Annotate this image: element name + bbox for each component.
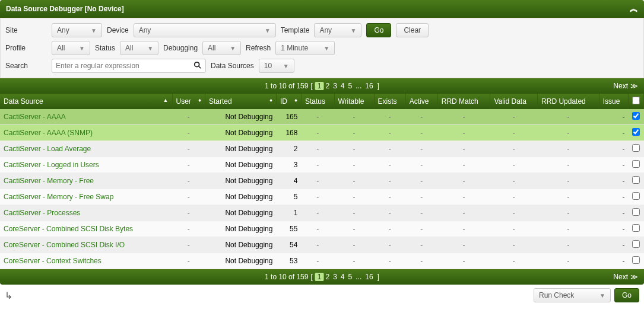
data-source-link[interactable]: CactiServer - Memory - Free [4, 177, 94, 185]
template-dropdown[interactable]: Any▼ [314, 23, 361, 37]
col-issue[interactable]: Issue [599, 94, 628, 109]
page-2[interactable]: 2 [323, 273, 331, 281]
sort-icon: ♦ [198, 97, 201, 103]
col-rrd-match[interactable]: RRD Match [437, 94, 490, 109]
table-row[interactable]: CactiServer - Memory - Free Swap-Not Deb… [0, 189, 644, 205]
col-valid-data[interactable]: Valid Data [490, 94, 538, 109]
debugging-label: Debugging [163, 44, 198, 52]
table-row[interactable]: CactiServer - Load Average-Not Debugging… [0, 141, 644, 157]
cell-valid-data: - [490, 221, 538, 237]
next-link[interactable]: Next≫ [613, 82, 638, 90]
search-box [52, 59, 206, 73]
cell-id: 3 [276, 157, 301, 173]
col-active[interactable]: Active [405, 94, 437, 109]
table-row[interactable]: CactiServer - Processes-Not Debugging1--… [0, 205, 644, 221]
action-dropdown[interactable]: Run Check▼ [534, 288, 611, 302]
panel-header: Data Source Debugger [No Device] ︽ [0, 0, 644, 18]
cell-writable: - [334, 221, 374, 237]
cell-user: - [172, 189, 205, 205]
cell-active: - [405, 173, 437, 189]
cell-writable: - [334, 157, 374, 173]
row-checkbox[interactable] [632, 112, 640, 120]
debugging-dropdown[interactable]: All▼ [202, 41, 241, 55]
page-4[interactable]: 4 [339, 273, 347, 281]
page-5[interactable]: 5 [347, 82, 354, 90]
page-4[interactable]: 4 [339, 82, 347, 90]
data-source-link[interactable]: CoreServer - Context Switches [4, 257, 101, 265]
clear-button[interactable]: Clear [396, 23, 429, 37]
col-user[interactable]: User♦ [172, 94, 205, 109]
cell-rrd-updated: - [538, 237, 599, 253]
select-all-checkbox[interactable] [632, 97, 640, 104]
page-2[interactable]: 2 [323, 82, 331, 90]
col-writable[interactable]: Writable [334, 94, 374, 109]
footer-go-button[interactable]: Go [614, 288, 639, 302]
page-16[interactable]: 16 [363, 273, 375, 281]
page-3[interactable]: 3 [331, 82, 339, 90]
device-dropdown[interactable]: Any▼ [134, 23, 276, 37]
cell-started: Not Debugging [205, 189, 276, 205]
data-source-link[interactable]: CoreServer - Combined SCSI Disk I/O [4, 241, 125, 249]
row-checkbox[interactable] [632, 128, 640, 136]
profile-dropdown[interactable]: All▼ [52, 41, 90, 55]
search-input[interactable] [56, 62, 193, 70]
data-source-link[interactable]: CoreServer - Combined SCSI Disk Bytes [4, 225, 133, 233]
cell-valid-data: - [490, 109, 538, 125]
status-dropdown[interactable]: All▼ [120, 41, 158, 55]
data-source-link[interactable]: CactiServer - Memory - Free Swap [4, 193, 113, 201]
col-status[interactable]: Status [301, 94, 334, 109]
data-source-link[interactable]: CactiServer - AAAA [4, 113, 66, 121]
collapse-icon[interactable]: ︽ [630, 4, 638, 14]
cell-valid-data: - [490, 189, 538, 205]
page-3[interactable]: 3 [331, 273, 339, 281]
table-row[interactable]: CactiServer - Memory - Free-Not Debuggin… [0, 173, 644, 189]
row-checkbox[interactable] [632, 240, 640, 248]
site-dropdown[interactable]: Any▼ [52, 23, 102, 37]
table-row[interactable]: CoreServer - Context Switches-Not Debugg… [0, 253, 644, 269]
cell-exists: - [374, 189, 405, 205]
cell-id: 53 [276, 253, 301, 269]
cell-valid-data: - [490, 141, 538, 157]
refresh-dropdown[interactable]: 1 Minute▼ [275, 41, 335, 55]
cell-status: - [301, 221, 334, 237]
row-checkbox[interactable] [632, 208, 640, 216]
row-checkbox[interactable] [632, 160, 640, 168]
table-row[interactable]: CactiServer - Logged in Users-Not Debugg… [0, 157, 644, 173]
row-checkbox[interactable] [632, 144, 640, 152]
page-16[interactable]: 16 [363, 82, 375, 90]
chevron-right-icon: ≫ [630, 273, 638, 281]
page-...: ... [354, 273, 363, 281]
col-data-source[interactable]: Data Source▲ [0, 94, 172, 109]
table-row[interactable]: CactiServer - AAAA (SNMP)-Not Debugging1… [0, 125, 644, 141]
col-id[interactable]: ID♦ [276, 94, 301, 109]
data-source-link[interactable]: CactiServer - Processes [4, 209, 80, 217]
search-label: Search [5, 62, 28, 70]
page-1[interactable]: 1 [315, 82, 324, 90]
cell-started: Not Debugging [205, 221, 276, 237]
page-5[interactable]: 5 [347, 273, 354, 281]
row-checkbox[interactable] [632, 176, 640, 184]
page-1[interactable]: 1 [315, 273, 324, 281]
pager-summary: 1 to 10 of 159 [265, 82, 308, 90]
col-started[interactable]: Started♦ [205, 94, 276, 109]
table-row[interactable]: CoreServer - Combined SCSI Disk I/O-Not … [0, 237, 644, 253]
table-row[interactable]: CoreServer - Combined SCSI Disk Bytes-No… [0, 221, 644, 237]
table-row[interactable]: CactiServer - AAAA-Not Debugging165-----… [0, 109, 644, 125]
row-checkbox[interactable] [632, 224, 640, 232]
data-source-link[interactable]: CactiServer - Logged in Users [4, 161, 99, 169]
col-exists[interactable]: Exists [374, 94, 405, 109]
search-icon[interactable] [193, 61, 202, 71]
col-checkbox [629, 94, 644, 109]
cell-rrd-updated: - [538, 221, 599, 237]
data-source-link[interactable]: CactiServer - Load Average [4, 145, 91, 153]
go-button[interactable]: Go [366, 23, 391, 37]
cell-writable: - [334, 173, 374, 189]
row-checkbox[interactable] [632, 256, 640, 264]
row-checkbox[interactable] [632, 192, 640, 200]
datasources-dropdown[interactable]: 10▼ [259, 59, 294, 73]
return-icon[interactable]: ↳ [5, 290, 12, 301]
col-rrd-updated[interactable]: RRD Updated [538, 94, 599, 109]
cell-user: - [172, 237, 205, 253]
next-link[interactable]: Next≫ [613, 273, 638, 281]
data-source-link[interactable]: CactiServer - AAAA (SNMP) [4, 129, 93, 137]
